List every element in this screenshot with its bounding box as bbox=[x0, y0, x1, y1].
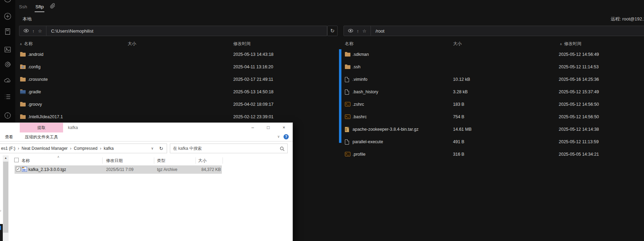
nav-tree-dark-edge bbox=[0, 224, 3, 241]
file-mtime: 2025-04-11 13:16:20 bbox=[233, 64, 273, 69]
tab-sftp[interactable]: Sftp bbox=[35, 4, 44, 11]
minimize-button[interactable]: – bbox=[247, 123, 259, 132]
local-file-row[interactable]: .gradle 2025-05-13 14:50:18 bbox=[15, 86, 335, 98]
local-file-row[interactable]: .IntelliJIdea2017.1 2025-02-12 23:39:01 bbox=[15, 111, 335, 123]
remote-file-row[interactable]: apache-zookeeper-3.8.4-bin.tar.gz 14.61 … bbox=[339, 123, 644, 136]
local-file-row[interactable]: .groovy 2025-04-02 18:09:17 bbox=[15, 98, 335, 111]
local-path-input[interactable]: C:\Users\Nemophilist bbox=[46, 28, 93, 34]
favorite-star-icon[interactable]: ☆ bbox=[38, 29, 42, 33]
sort-asc-icon: ∧ bbox=[20, 42, 22, 46]
bookmark-icon[interactable] bbox=[4, 28, 11, 35]
local-col-name[interactable]: ∧名称 bbox=[20, 41, 33, 47]
file-name: .bashrc bbox=[353, 114, 367, 119]
local-col-mtime[interactable]: 修改时间 bbox=[233, 41, 251, 47]
remote-file-row[interactable]: .zshrc 183 B 2025-05-12 14:56:50 bbox=[339, 98, 644, 111]
local-file-row[interactable]: .android 2025-05-13 14:43:18 bbox=[15, 49, 335, 61]
remote-file-row[interactable]: .viminfo 10.12 kB 2025-05-16 14:25:36 bbox=[339, 74, 644, 86]
file-mtime: 2025-05-12 11:14:53 bbox=[559, 64, 599, 69]
close-button[interactable]: × bbox=[278, 123, 290, 132]
help-button[interactable]: ? bbox=[284, 134, 289, 139]
file-type-icon bbox=[345, 152, 350, 156]
file-size: 10.12 kB bbox=[453, 77, 470, 82]
file-name: .profile bbox=[353, 152, 366, 157]
col-size[interactable]: 大小 bbox=[198, 158, 207, 164]
file-type-icon bbox=[20, 102, 26, 107]
go-up-icon[interactable]: ↑ bbox=[32, 29, 35, 33]
scroll-up-icon[interactable]: ▲ bbox=[3, 155, 9, 161]
tree-expander-icon[interactable]: › bbox=[0, 208, 1, 213]
tab-ssh[interactable]: Ssh bbox=[19, 4, 27, 11]
local-file-row[interactable]: .config 2025-04-11 13:16:20 bbox=[15, 61, 335, 74]
explorer-file-row-selected[interactable]: kafka_2.13-3.0.0.tgz 2025/5/11 7:09 tgz … bbox=[15, 165, 222, 174]
maximize-button[interactable]: □ bbox=[262, 123, 274, 132]
session-icon[interactable] bbox=[4, 0, 11, 3]
file-type-icon bbox=[345, 52, 351, 57]
local-file-row[interactable]: .crossnote 2025-02-17 21:49:11 bbox=[15, 74, 335, 86]
file-name: .IntelliJIdea2017.1 bbox=[28, 114, 63, 119]
nav-tree-scrollbar[interactable]: ▲ bbox=[3, 155, 9, 241]
file-size: 14.61 MB bbox=[453, 127, 472, 132]
ribbon-collapse-chevron-icon[interactable]: ∨ bbox=[277, 135, 280, 138]
file-type-icon bbox=[345, 64, 351, 69]
col-type[interactable]: 类型 bbox=[157, 158, 165, 164]
file-type-icon bbox=[345, 127, 349, 132]
breadcrumb-item[interactable]: kafka bbox=[104, 146, 119, 151]
image-icon[interactable] bbox=[4, 46, 11, 53]
file-name: .bash_history bbox=[353, 89, 378, 94]
favorite-star-icon[interactable]: ☆ bbox=[363, 29, 367, 33]
cloud-icon[interactable] bbox=[4, 77, 11, 84]
settings-gear-icon[interactable] bbox=[4, 61, 11, 68]
remote-file-row[interactable]: .sdkman 2025-05-12 14:56:49 bbox=[339, 49, 644, 61]
breadcrumb-item[interactable]: Compressed› bbox=[74, 146, 104, 151]
show-hidden-eye-icon[interactable] bbox=[24, 28, 29, 34]
remote-path-input[interactable]: /root bbox=[371, 28, 384, 34]
col-date[interactable]: 修改日期 bbox=[106, 158, 123, 164]
breadcrumb-item[interactable]: Neat Download Manager› bbox=[21, 146, 74, 151]
col-divider[interactable] bbox=[154, 157, 154, 164]
address-refresh-icon[interactable]: ↻ bbox=[159, 146, 163, 151]
file-size: 491 B bbox=[453, 139, 464, 144]
search-box[interactable]: 在 kafka 中搜索 bbox=[170, 144, 288, 153]
breadcrumb-item[interactable]: es1 (F:)› bbox=[1, 146, 21, 151]
remote-file-row[interactable]: .bash_history 3.28 kB 2025-05-12 15:37:4… bbox=[339, 86, 644, 98]
remote-col-size[interactable]: 大小 bbox=[453, 41, 462, 47]
row-checkbox-checked[interactable] bbox=[16, 167, 20, 171]
scrollbar-thumb[interactable] bbox=[3, 162, 8, 233]
address-bar[interactable]: es1 (F:)› Neat Download Manager› Compres… bbox=[0, 144, 167, 153]
remote-file-row[interactable]: .bashrc 754 B 2025-05-12 14:56:50 bbox=[339, 111, 644, 123]
col-divider[interactable] bbox=[195, 157, 196, 164]
col-divider[interactable] bbox=[102, 157, 103, 164]
explorer-window: 提取 kafka – □ × 查看 压缩的文件夹工具 ∨ ? es1 (F:)› bbox=[0, 122, 293, 241]
remote-file-row[interactable]: .ssh 2025-05-12 11:14:53 bbox=[339, 61, 644, 74]
show-hidden-eye-icon[interactable] bbox=[348, 28, 353, 34]
search-icon[interactable] bbox=[280, 146, 285, 152]
remote-col-name[interactable]: 名称 bbox=[345, 41, 354, 47]
archive-file-icon bbox=[22, 167, 27, 172]
attach-paperclip-icon[interactable] bbox=[50, 3, 56, 9]
local-col-size[interactable]: 大小 bbox=[128, 41, 136, 47]
add-session-icon[interactable] bbox=[4, 12, 11, 20]
remote-file-row[interactable]: parallel-execute 491 B 2025-05-12 11:13:… bbox=[339, 136, 644, 148]
explorer-list-header: 名称 ∧ 修改日期 类型 大小 bbox=[10, 156, 280, 165]
remote-file-list: .sdkman 2025-05-12 14:56:49 .ssh 2025-05… bbox=[339, 49, 644, 161]
col-divider[interactable] bbox=[223, 157, 223, 164]
list-icon[interactable] bbox=[4, 93, 11, 101]
file-mtime: 2025-02-12 23:39:01 bbox=[233, 114, 273, 119]
col-name[interactable]: 名称 bbox=[21, 158, 30, 164]
local-refresh-button[interactable]: ↻ bbox=[327, 26, 338, 36]
tab-view[interactable]: 查看 bbox=[5, 132, 13, 141]
tab-compressed-tools[interactable]: 压缩的文件夹工具 bbox=[20, 132, 63, 141]
info-icon[interactable] bbox=[4, 112, 11, 119]
go-up-icon[interactable]: ↑ bbox=[357, 29, 359, 33]
file-mtime: 2025-05-13 14:43:18 bbox=[233, 52, 273, 57]
remote-file-row[interactable]: .profile 316 B 2025-05-05 14:34:21 bbox=[339, 148, 644, 161]
select-all-checkbox[interactable] bbox=[14, 158, 19, 162]
sort-asc-icon: ∧ bbox=[560, 42, 562, 46]
address-dropdown-icon[interactable]: ∨ bbox=[151, 146, 154, 150]
file-name: .android bbox=[28, 52, 43, 57]
remote-col-mtime[interactable]: ∧修改时间 bbox=[560, 41, 582, 47]
explorer-titlebar[interactable]: 提取 kafka – □ × bbox=[0, 123, 293, 132]
file-mtime: 2025-05-12 14:56:50 bbox=[559, 102, 599, 107]
local-panel-label: 本地 bbox=[23, 16, 32, 22]
file-mtime: 2025-05-05 14:34:21 bbox=[559, 152, 599, 157]
